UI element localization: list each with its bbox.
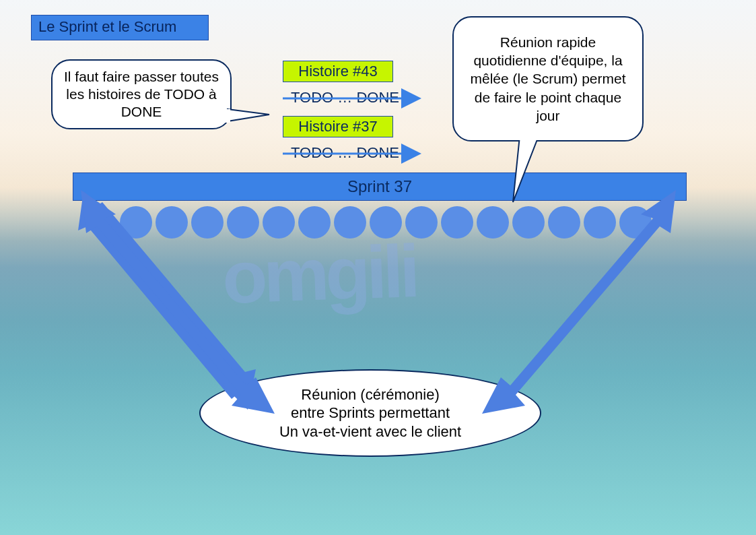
sprint-dot <box>334 206 366 239</box>
sprint-dot <box>191 206 224 239</box>
sprint-dot <box>298 206 331 239</box>
sprint-dot <box>263 206 295 239</box>
ceremony-line-3: Un va-et-vient avec le client <box>279 422 461 441</box>
sprint-dot <box>548 206 580 239</box>
story-card-37: Histoire #37 <box>283 116 393 137</box>
story-card-43: Histoire #43 <box>283 61 393 82</box>
sprint-dot <box>584 206 616 239</box>
title-box: Le Sprint et le Scrum <box>31 15 209 40</box>
todo-done-label-1: TODO … DONE <box>291 89 399 106</box>
sprint-dot <box>477 206 509 239</box>
sprint-dot <box>227 206 259 239</box>
sprint-dot <box>156 206 188 239</box>
sprint-dot <box>619 206 652 239</box>
sprint-dot <box>370 206 402 239</box>
sprint-dots-row <box>120 206 652 239</box>
diagram-stage: omgili Le Sprint et le Scrum Il faut fai… <box>0 0 756 535</box>
bubble-left-tail <box>228 109 269 121</box>
sprint-dot <box>512 206 545 239</box>
speech-bubble-right: Réunion rapide quotidienne d'équipe, la … <box>452 16 644 141</box>
sprint-bar: Sprint 37 <box>73 172 687 201</box>
todo-done-label-2: TODO … DONE <box>291 144 399 162</box>
ceremony-ellipse: Réunion (cérémonie) entre Sprints permet… <box>199 369 541 457</box>
sprint-dot <box>120 206 152 239</box>
speech-bubble-left: Il faut faire passer toutes les histoire… <box>51 59 232 129</box>
ceremony-line-2: entre Sprints permettant <box>291 404 450 422</box>
ceremony-line-1: Réunion (cérémonie) <box>301 385 439 404</box>
sprint-dot <box>405 206 438 239</box>
sprint-dot <box>441 206 473 239</box>
